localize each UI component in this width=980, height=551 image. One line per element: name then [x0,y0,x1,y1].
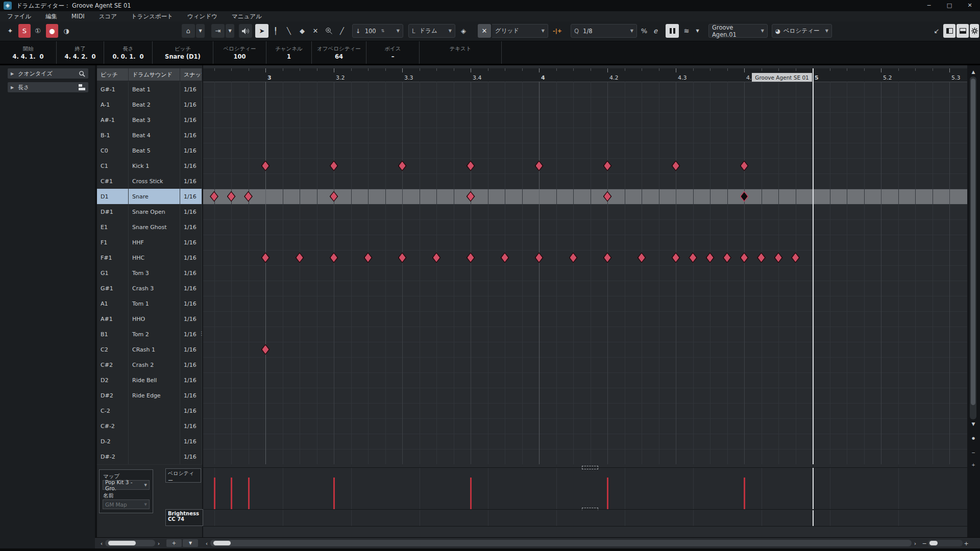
drum-row-G#1[interactable]: G#1Crash 31/16 [97,281,202,296]
velocity-stem[interactable] [231,478,232,509]
row-sound[interactable]: Beat 5 [129,143,180,158]
note-F#1[interactable] [432,253,441,263]
row-pitch[interactable]: A-1 [97,97,129,112]
midi-input-toggle[interactable]: -|+ [550,24,565,38]
info-field-value[interactable]: 64 [335,53,343,61]
info-field-2[interactable]: 終了4. 4. 2. 0 [57,41,104,64]
velocity-stem[interactable] [744,478,745,509]
scroll-up-arrow[interactable]: ▲ [968,68,978,76]
note-C1[interactable] [261,161,270,171]
drum-row-C-2[interactable]: C-21/16 [97,403,202,419]
lane-preset-dropdown[interactable]: ▼ [183,539,198,547]
vzoom-handle[interactable]: ● [968,435,978,442]
row-snap[interactable]: 1/16 [180,235,202,250]
note-C1[interactable] [330,161,338,171]
note-F#1[interactable] [467,253,475,263]
drum-row-E1[interactable]: E1Snare Ghost1/16 [97,219,202,235]
note-F#1[interactable] [569,253,578,263]
controller-lane-label[interactable]: Brightness CC 74 [165,509,203,526]
name-select[interactable]: GM Map ▼ [103,499,150,509]
info-field-3[interactable]: 長さ0. 0. 1. 0 [104,41,153,64]
note-F#1[interactable] [740,253,749,263]
note-F#1[interactable] [723,253,731,263]
hzoom-thumb[interactable] [929,541,938,545]
note-F#1[interactable] [689,253,697,263]
note-F#1[interactable] [672,253,680,263]
info-field-value[interactable]: 1 [287,53,291,61]
note-C1[interactable] [672,161,680,171]
drum-row-G1[interactable]: G1Tom 31/16 [97,265,202,281]
drumstick-tool[interactable]: ╿ [270,24,282,38]
drum-row-A#1[interactable]: A#1HHO1/16 [97,311,202,327]
drum-row-C1[interactable]: C1Kick 11/16 [97,158,202,174]
autoscroll-dropdown[interactable]: ▼ [226,24,234,38]
mute-tool[interactable]: ✕ [309,24,322,38]
note-C2[interactable] [261,344,270,355]
row-sound[interactable]: Beat 4 [129,128,180,143]
row-pitch[interactable]: B1 [97,327,129,342]
row-sound[interactable]: Snare Open [129,204,180,219]
hzoom-in-button[interactable]: + [963,538,970,549]
row-snap[interactable]: 1/16 [180,372,202,388]
drum-row-C#1[interactable]: C#1Cross Stick1/16 [97,173,202,189]
record-in-editor-button[interactable]: ① [32,24,44,38]
row-pitch[interactable]: D-2 [97,434,129,449]
drum-row-D1[interactable]: D1Snare1/16 [97,189,202,205]
info-field-value[interactable]: 4. 4. 2. 0 [64,53,95,61]
row-pitch[interactable]: D#1 [97,204,129,219]
row-sound[interactable] [129,449,180,464]
row-pitch[interactable]: F#1 [97,250,129,265]
note-F#1[interactable] [791,253,800,263]
row-sound[interactable]: Cross Stick [129,173,180,189]
note-F#1[interactable] [774,253,783,263]
row-pitch[interactable]: F1 [97,235,129,250]
scroll-down-arrow[interactable]: ▼ [968,420,978,428]
drum-row-G#-1[interactable]: G#-1Beat 11/16 [97,82,202,97]
info-field-1[interactable]: 開始4. 4. 1. 0 [0,41,57,64]
snap-toggle[interactable]: ✕ [478,24,491,38]
row-snap[interactable]: 1/16 [180,143,202,158]
grid-scroll-left-arrow[interactable]: ‹ [203,538,210,549]
drum-grid[interactable] [203,82,967,464]
autoscroll-toggle[interactable]: ⇥ [211,24,225,38]
drum-row-D#-2[interactable]: D#-21/16 [97,449,202,465]
grid-hscroll-thumb[interactable] [213,541,231,545]
velocity-stem[interactable] [248,478,250,509]
row-snap[interactable]: 1/16 [180,128,202,143]
row-sound[interactable] [129,434,180,449]
grid-hscroll-track[interactable] [210,540,912,546]
menu-item-4[interactable]: スコア [92,13,124,20]
row-snap[interactable]: 1/16 [180,434,202,449]
note-F#1[interactable] [398,253,407,263]
vzoom-in-button[interactable]: + [968,461,978,468]
menu-item-5[interactable]: トランスポート [124,13,180,20]
drum-row-D#2[interactable]: D#2Ride Edge1/16 [97,388,202,404]
row-snap[interactable]: 1/16 [180,173,202,189]
velocity-stem[interactable] [214,478,215,509]
row-snap[interactable]: 1/16 [180,219,202,235]
row-sound[interactable]: CRash 1 [129,342,180,357]
event-colors-button[interactable] [666,24,679,38]
window-layout-dropdown[interactable]: ▼ [196,24,205,38]
row-snap[interactable]: 1/16 [180,82,202,97]
row-sound[interactable]: Beat 1 [129,82,180,97]
note-F#1[interactable] [603,253,612,263]
row-snap[interactable]: 1/16 [180,189,202,204]
row-snap[interactable]: 1/16 [180,281,202,296]
info-field-6[interactable]: チャンネル1 [266,41,312,64]
info-field-value[interactable] [459,53,461,61]
drum-row-D2[interactable]: D2Ride Bell1/16 [97,372,202,388]
row-pitch[interactable]: A1 [97,296,129,311]
list-hscroll-thumb[interactable] [108,541,136,545]
row-sound[interactable]: Beat 2 [129,97,180,112]
row-pitch[interactable]: C1 [97,158,129,173]
show-lower-zone-button[interactable] [957,24,969,38]
note-F#1[interactable] [296,253,304,263]
row-snap[interactable]: 1/16 [180,449,202,464]
row-pitch[interactable]: D1 [97,189,129,204]
row-pitch[interactable]: A#1 [97,311,129,327]
row-sound[interactable]: Crash 2 [129,357,180,372]
row-pitch[interactable]: C#1 [97,173,129,189]
velocity-stepper[interactable]: ⇅ [381,29,385,33]
row-sound[interactable]: Tom 3 [129,265,180,281]
